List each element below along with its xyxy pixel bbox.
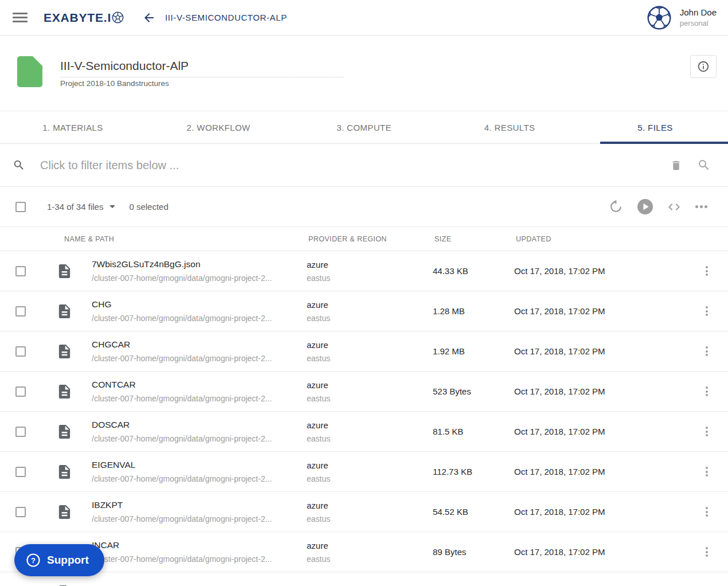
file-name[interactable]: CONTCAR	[92, 380, 307, 390]
tab-files[interactable]: 5. FILES	[582, 111, 728, 143]
provider: azure	[307, 460, 433, 470]
tab-bar: 1. MATERIALS 2. WORKFLOW 3. COMPUTE 4. R…	[0, 111, 728, 144]
file-updated: Oct 17, 2018, 17:02 PM	[514, 467, 702, 476]
selected-count: 0 selected	[129, 202, 168, 212]
file-name[interactable]: CHGCAR	[92, 339, 307, 350]
help-icon: ?	[26, 553, 41, 568]
back-arrow-icon[interactable]	[142, 11, 156, 25]
region: eastus	[307, 514, 433, 524]
file-updated: Oct 17, 2018, 17:02 PM	[514, 547, 702, 557]
menu-icon[interactable]	[13, 13, 28, 22]
file-icon	[56, 503, 73, 521]
provider: azure	[307, 340, 433, 350]
code-icon[interactable]	[667, 200, 681, 214]
file-size: 523 Bytes	[433, 386, 514, 396]
info-icon	[697, 60, 710, 73]
table-header: NAME & PATH PROVIDER & REGION SIZE UPDAT…	[0, 227, 728, 251]
file-path: /cluster-007-home/gmogni/data/gmogni-pro…	[92, 274, 307, 283]
provider: azure	[307, 541, 433, 550]
run-icon[interactable]	[637, 199, 653, 214]
row-checkbox[interactable]	[15, 306, 26, 317]
more-actions-icon[interactable]	[695, 205, 707, 208]
chevron-down-icon	[109, 205, 115, 208]
row-menu-icon[interactable]	[702, 385, 712, 398]
file-name[interactable]: INCAR	[92, 540, 307, 550]
support-button[interactable]: ? Support	[14, 544, 104, 576]
page-title[interactable]: III-V-Semiconductor-AlP	[60, 59, 189, 73]
material-file-icon	[17, 56, 42, 87]
file-size: 89 Bytes	[433, 547, 514, 557]
file-name[interactable]: EIGENVAL	[92, 460, 307, 470]
brand-text: EXABYTE.I	[44, 11, 111, 25]
file-updated: Oct 17, 2018, 17:02 PM	[514, 427, 702, 436]
file-size: 44.33 KB	[433, 266, 514, 276]
row-menu-icon[interactable]	[702, 425, 712, 438]
soccer-ball-icon	[112, 11, 124, 24]
row-checkbox[interactable]	[15, 467, 26, 477]
delete-filter-icon[interactable]	[670, 159, 682, 172]
file-icon	[56, 262, 73, 280]
file-size: 54.52 KB	[433, 507, 514, 517]
file-path: /cluster-007-home/gmogni/data/gmogni-pro…	[92, 554, 307, 564]
breadcrumb[interactable]: III-V-SEMICONDUCTOR-ALP	[165, 13, 287, 22]
title-underline	[60, 77, 344, 77]
table-row: CONTCAR /cluster-007-home/gmogni/data/gm…	[0, 372, 728, 412]
file-name[interactable]: IBZKPT	[92, 500, 307, 510]
file-size: 1.28 MB	[433, 306, 514, 316]
file-name[interactable]: 7Wbis2GLSuTz4nBgG.json	[92, 259, 307, 269]
file-size: 1.92 MB	[433, 346, 514, 356]
row-checkbox[interactable]	[15, 427, 26, 437]
project-subtitle: Project 2018-10 Bandstructures	[60, 79, 169, 88]
region: eastus	[307, 354, 433, 363]
file-updated: Oct 17, 2018, 17:02 PM	[514, 346, 702, 356]
row-menu-icon[interactable]	[702, 305, 712, 318]
tab-compute[interactable]: 3. COMPUTE	[291, 111, 437, 143]
brand-logo[interactable]: EXABYTE.I	[44, 11, 124, 25]
file-updated: Oct 17, 2018, 17:02 PM	[514, 306, 702, 316]
table-row: KPOINTS	[0, 572, 728, 586]
file-name[interactable]: DOSCAR	[92, 420, 307, 430]
advanced-search-icon[interactable]	[697, 158, 711, 172]
table-row: IBZKPT /cluster-007-home/gmogni/data/gmo…	[0, 492, 728, 532]
user-name[interactable]: John Doe	[680, 8, 717, 17]
table-row: INCAR /cluster-007-home/gmogni/data/gmog…	[0, 532, 728, 572]
file-icon	[56, 302, 73, 321]
file-list: 7Wbis2GLSuTz4nBgG.json /cluster-007-home…	[0, 251, 728, 586]
tab-results[interactable]: 4. RESULTS	[437, 111, 582, 143]
info-button[interactable]	[690, 55, 717, 78]
provider: azure	[307, 420, 433, 430]
row-menu-icon[interactable]	[702, 265, 712, 278]
file-size: 81.5 KB	[433, 427, 514, 436]
row-checkbox[interactable]	[15, 266, 26, 276]
file-name[interactable]: CHG	[92, 299, 307, 310]
tab-workflow[interactable]: 2. WORKFLOW	[146, 111, 291, 143]
table-row: DOSCAR /cluster-007-home/gmogni/data/gmo…	[0, 412, 728, 452]
row-menu-icon[interactable]	[702, 345, 712, 358]
select-all-checkbox[interactable]	[15, 202, 26, 212]
provider: azure	[307, 300, 433, 310]
refresh-icon[interactable]	[609, 200, 623, 214]
region: eastus	[307, 434, 433, 443]
list-toolbar: 1-34 of 34 files 0 selected	[0, 187, 728, 227]
column-header-provider-region[interactable]: PROVIDER & REGION	[308, 235, 435, 243]
column-header-name-path[interactable]: NAME & PATH	[64, 235, 308, 243]
pagination-dropdown[interactable]: 1-34 of 34 files	[47, 202, 115, 212]
tab-materials[interactable]: 1. MATERIALS	[0, 111, 146, 143]
avatar[interactable]	[647, 5, 672, 30]
provider: azure	[307, 380, 433, 390]
file-path: /cluster-007-home/gmogni/data/gmogni-pro…	[92, 434, 307, 443]
file-path: /cluster-007-home/gmogni/data/gmogni-pro…	[92, 474, 307, 483]
file-icon	[56, 423, 73, 441]
row-checkbox[interactable]	[15, 386, 26, 397]
row-menu-icon[interactable]	[702, 546, 712, 558]
filter-input[interactable]	[40, 159, 670, 172]
row-checkbox[interactable]	[15, 507, 26, 517]
row-menu-icon[interactable]	[702, 466, 712, 478]
provider: azure	[307, 501, 433, 510]
column-header-updated[interactable]: UPDATED	[516, 235, 728, 243]
row-checkbox[interactable]	[15, 346, 26, 357]
row-menu-icon[interactable]	[702, 506, 712, 518]
table-row: EIGENVAL /cluster-007-home/gmogni/data/g…	[0, 452, 728, 492]
column-header-size[interactable]: SIZE	[435, 235, 516, 243]
table-row: CHG /cluster-007-home/gmogni/data/gmogni…	[0, 291, 728, 331]
